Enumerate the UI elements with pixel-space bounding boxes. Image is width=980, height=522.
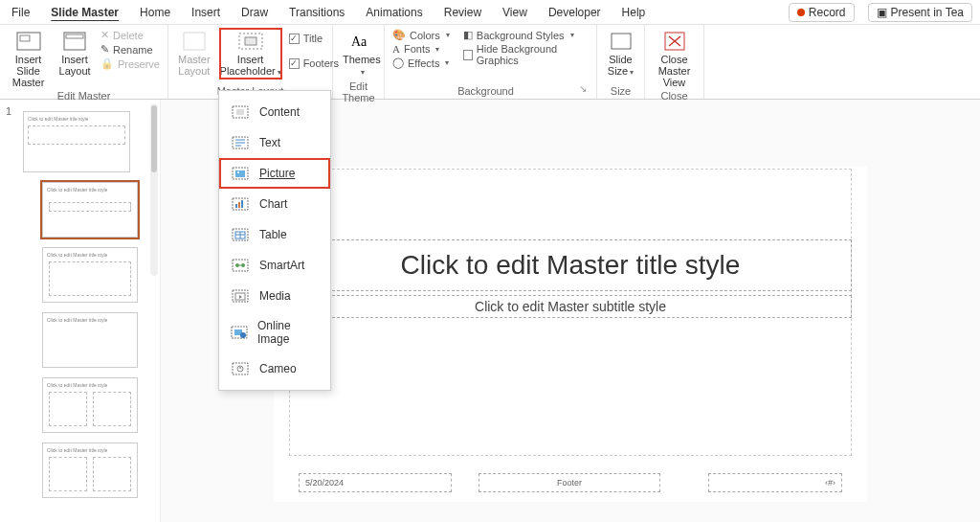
slide-number-placeholder[interactable]: ‹#›	[708, 473, 842, 492]
fonts-icon: A	[392, 43, 400, 55]
svg-point-20	[237, 171, 239, 173]
chevron-down-icon: ▾	[435, 45, 439, 54]
svg-rect-6	[245, 37, 256, 45]
record-icon	[797, 9, 805, 16]
svg-point-30	[235, 263, 239, 267]
tab-slide-master[interactable]: Slide Master	[47, 3, 122, 22]
bg-styles-icon: ◧	[463, 29, 473, 41]
close-icon	[661, 31, 688, 52]
placeholder-menu-smartart[interactable]: SmartArt	[219, 250, 330, 281]
slide-size-button[interactable]: Slide Size▾	[605, 29, 636, 79]
preserve-button[interactable]: 🔒Preserve	[100, 57, 160, 70]
tab-insert[interactable]: Insert	[188, 3, 224, 22]
background-styles-button[interactable]: ◧Background Styles▾	[463, 29, 589, 41]
hide-bg-checkbox[interactable]: Hide Background Graphics	[463, 43, 589, 66]
tab-file[interactable]: File	[8, 3, 33, 22]
present-button[interactable]: ▣Present in Tea	[868, 3, 973, 22]
group-edit-master: Insert Slide Master Insert Layout ✕Delet…	[0, 25, 168, 99]
ribbon: Insert Slide Master Insert Layout ✕Delet…	[0, 25, 980, 100]
themes-button[interactable]: Aa Themes▾	[341, 29, 383, 79]
placeholder-menu-cameo[interactable]: Cameo	[219, 353, 330, 384]
tab-draw[interactable]: Draw	[237, 3, 272, 22]
svg-rect-13	[236, 109, 244, 115]
scrollbar-handle[interactable]	[151, 105, 157, 172]
tab-view[interactable]: View	[499, 3, 531, 22]
insert-layout-button[interactable]: Insert Layout	[56, 29, 93, 77]
content-icon	[231, 104, 250, 120]
online-image-icon	[231, 325, 248, 340]
master-thumbnail[interactable]: Click to edit Master title style	[23, 111, 130, 172]
svg-text:Aa: Aa	[351, 34, 368, 49]
subtitle-placeholder[interactable]: Click to edit Master subtitle style	[289, 295, 852, 318]
title-checkbox[interactable]: ✓Title	[289, 33, 339, 44]
layout-thumbnail-3[interactable]: Click to edit Master title style	[42, 312, 138, 368]
slide: Click to edit Master title style Click t…	[274, 167, 867, 502]
checkbox-checked-icon: ✓	[289, 34, 300, 44]
tab-developer[interactable]: Developer	[545, 3, 605, 22]
effects-icon: ◯	[392, 57, 404, 69]
group-master-layout: Master Layout Insert Placeholder▾ ✓Title…	[168, 25, 333, 99]
chevron-down-icon: ▾	[446, 31, 450, 39]
slide-master-icon	[15, 31, 42, 52]
checkbox-unchecked-icon	[463, 50, 473, 60]
group-label-close: Close	[653, 88, 696, 102]
picture-icon	[231, 166, 250, 181]
layout-thumbnail-4[interactable]: Click to edit Master title style	[42, 377, 138, 433]
tab-review[interactable]: Review	[440, 3, 485, 22]
layout-thumbnail-2[interactable]: Click to edit Master title style	[42, 247, 138, 303]
smartart-icon	[231, 258, 250, 273]
master-layout-button[interactable]: Master Layout	[176, 29, 212, 77]
table-icon	[231, 227, 250, 242]
placeholder-menu-chart[interactable]: Chart	[219, 189, 330, 219]
svg-rect-3	[66, 34, 83, 38]
chevron-down-icon: ▾	[361, 68, 365, 77]
svg-rect-4	[184, 33, 205, 50]
insert-slide-master-button[interactable]: Insert Slide Master	[8, 29, 49, 88]
chevron-down-icon: ▾	[278, 68, 281, 77]
text-icon	[231, 135, 250, 150]
placeholder-icon	[237, 31, 264, 52]
group-close: Close Master View Close	[645, 25, 704, 99]
placeholder-menu-content[interactable]: Content	[219, 97, 330, 127]
group-label-size: Size	[605, 83, 636, 97]
colors-icon: 🎨	[392, 29, 406, 41]
colors-button[interactable]: 🎨Colors▾	[392, 29, 450, 41]
layout-thumbnail-1[interactable]: Click to edit Master title style	[42, 182, 138, 238]
layout-thumbnail-5[interactable]: Click to edit Master title style	[42, 443, 138, 498]
present-icon: ▣	[877, 6, 887, 19]
placeholder-menu-picture[interactable]: Picture	[219, 158, 330, 189]
tab-transitions[interactable]: Transitions	[285, 3, 348, 22]
placeholder-menu-table[interactable]: Table	[219, 219, 330, 250]
thumbnails-scrollbar[interactable]	[150, 103, 158, 276]
svg-marker-35	[239, 295, 242, 299]
placeholder-menu-media[interactable]: Media	[219, 281, 330, 311]
svg-rect-8	[612, 34, 631, 49]
group-label-edit-theme: Edit Theme	[341, 79, 376, 103]
footer-placeholder[interactable]: Footer	[479, 473, 660, 492]
delete-button[interactable]: ✕Delete	[100, 29, 160, 41]
rename-icon: ✎	[100, 43, 109, 56]
svg-rect-24	[241, 200, 243, 208]
svg-rect-22	[235, 204, 237, 208]
fonts-button[interactable]: AFonts▾	[392, 43, 450, 55]
dialog-launcher[interactable]: ↘	[579, 83, 589, 97]
title-placeholder[interactable]: Click to edit Master title style	[289, 239, 852, 291]
effects-button[interactable]: ◯Effects▾	[392, 57, 450, 69]
placeholder-menu-online-image[interactable]: Online Image	[219, 311, 330, 353]
tab-animations[interactable]: Animations	[362, 3, 426, 22]
close-master-view-button[interactable]: Close Master View	[653, 29, 696, 88]
placeholder-menu-text[interactable]: Text	[219, 127, 330, 158]
footers-checkbox[interactable]: ✓Footers	[289, 57, 339, 69]
svg-point-38	[240, 332, 246, 338]
chart-icon	[231, 196, 250, 212]
record-button[interactable]: Record	[789, 3, 855, 22]
tab-help[interactable]: Help	[618, 3, 650, 22]
insert-placeholder-menu: Content Text Picture Chart Table SmartAr…	[218, 90, 331, 391]
slide-number: 1	[6, 105, 11, 117]
chevron-down-icon: ▾	[570, 31, 574, 39]
tab-home[interactable]: Home	[136, 3, 174, 22]
preserve-icon: 🔒	[100, 57, 114, 70]
insert-placeholder-button[interactable]: Insert Placeholder▾	[220, 29, 281, 79]
rename-button[interactable]: ✎Rename	[100, 43, 160, 56]
date-placeholder[interactable]: 5/20/2024	[299, 473, 452, 492]
